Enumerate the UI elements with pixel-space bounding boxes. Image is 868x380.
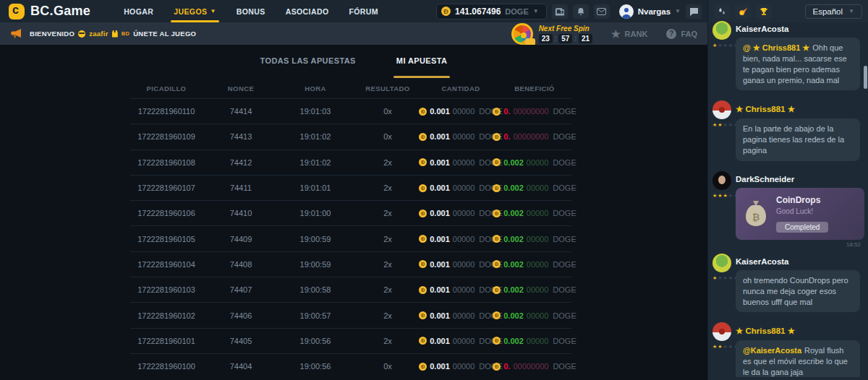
- balance-selector[interactable]: Đ 141.067496 DOGE ▼: [436, 4, 547, 20]
- cell-hash: 1722281960110: [130, 107, 203, 116]
- nav-item-fórum[interactable]: FÓRUM: [339, 0, 388, 22]
- chat-scrollbar[interactable]: [864, 66, 867, 89]
- cell-hash: 1722281960101: [130, 337, 203, 345]
- coindrop-card[interactable]: ₿ CoinDrops Good Luck! Completed: [736, 188, 864, 240]
- cell-amount: Đ0.00100000DOGE: [424, 362, 498, 371]
- table-row[interactable]: 1722281960101 74405 19:00:56 2x Đ0.00100…: [130, 328, 571, 353]
- main-menu: HOGARJUEGOS▼BONUSASOCIADOFÓRUM: [114, 0, 388, 22]
- table-row[interactable]: 1722281960107 74411 19:01:01 2x Đ0.00100…: [130, 175, 571, 200]
- tournament-button[interactable]: [756, 4, 772, 19]
- message-body: KaiserAcosta oh tremendo CounDrops pero …: [736, 254, 862, 317]
- chat-username[interactable]: KaiserAcosta: [736, 25, 862, 33]
- balance-amount: 141.067496: [455, 7, 501, 17]
- table-row[interactable]: 1722281960100 74404 19:00:56 0x Đ0.00100…: [130, 353, 571, 379]
- table-row[interactable]: 1722281960109 74413 19:01:02 0x Đ0.00100…: [130, 124, 571, 149]
- col-header-nonce: NONCE: [203, 85, 279, 92]
- notifications-button[interactable]: [573, 4, 589, 19]
- col-header-amount: CANTIDAD: [424, 85, 498, 92]
- level-star-icon: ★: [718, 122, 722, 128]
- table-row[interactable]: 1722281960105 74409 19:00:59 2x Đ0.00100…: [130, 225, 571, 251]
- cell-amount: Đ0.00100000DOGE: [424, 311, 498, 320]
- doge-coin-icon: Đ: [441, 7, 451, 16]
- user-menu[interactable]: Nvargas ▼: [619, 4, 681, 19]
- currency-label: DOGE: [553, 107, 576, 116]
- chat-toggle-button[interactable]: [686, 4, 702, 19]
- faq-link[interactable]: ? FAQ: [666, 29, 697, 39]
- coindrop-completed-button[interactable]: Completed: [776, 222, 828, 233]
- tab-my-bets[interactable]: MI APUESTA: [396, 56, 448, 78]
- messages-button[interactable]: [594, 4, 610, 19]
- nav-item-asociado[interactable]: ASOCIADO: [276, 0, 339, 22]
- welcome-suffix: ÚNETE AL JUEGO: [133, 30, 196, 38]
- main-content: TODAS LAS APUESTASMI APUESTA PICADILLO N…: [0, 45, 707, 380]
- table-body: 1722281960110 74414 19:01:03 0x Đ0.00100…: [130, 98, 571, 379]
- avatar[interactable]: [712, 21, 731, 40]
- nav-item-juegos[interactable]: JUEGOS▼: [163, 0, 226, 22]
- level-star-icon: ★: [723, 122, 728, 128]
- message-meta: ★★★★★: [712, 171, 736, 248]
- col-header-time: HORA: [279, 85, 352, 92]
- brand-logo[interactable]: BC.Game: [9, 4, 90, 20]
- cell-nonce: 74406: [203, 311, 279, 320]
- announcement-banner: BIENVENIDO zaafir BD ÚNETE AL JUEGO Next…: [0, 22, 707, 45]
- cell-nonce: 74409: [203, 235, 279, 243]
- table-row[interactable]: 1722281960103 74407 19:00:58 2x Đ0.00100…: [130, 277, 571, 302]
- nav-item-hogar[interactable]: HOGAR: [114, 0, 163, 22]
- rank-link[interactable]: ★ RANK: [611, 28, 647, 40]
- table-row[interactable]: 1722281960110 74414 19:01:03 0x Đ0.00100…: [130, 98, 571, 124]
- doge-coin-icon: Đ: [419, 337, 427, 345]
- chat-username[interactable]: KaiserAcosta: [736, 257, 862, 266]
- message-body: KaiserAcosta @ ★ Chriss881 ★Ohh que bien…: [736, 21, 862, 95]
- col-header-profit: BENEFICIÓ: [498, 85, 571, 92]
- chat-username[interactable]: ★ Chriss881 ★: [736, 104, 862, 114]
- wallet-button[interactable]: [552, 4, 568, 19]
- message-content: oh tremendo CounDrops pero nunca me deja…: [736, 270, 862, 313]
- cell-result: 2x: [352, 285, 424, 294]
- avatar[interactable]: [712, 100, 731, 119]
- user-level-stars: ★★★★★: [712, 344, 738, 350]
- language-selector[interactable]: Español ▼: [805, 4, 862, 19]
- cell-amount: Đ0.00100000DOGE: [424, 337, 498, 345]
- coindrop-rain-button[interactable]: [714, 4, 730, 19]
- chat-username[interactable]: ★ Chriss881 ★: [736, 326, 862, 336]
- cell-hash: 1722281960103: [130, 285, 203, 294]
- welcome-player-name: zaafir: [89, 30, 109, 38]
- nav-item-bonus[interactable]: BONUS: [226, 0, 276, 22]
- chevron-down-icon: ▼: [675, 8, 681, 14]
- cell-profit: Đ0.00200000DOGE: [498, 260, 571, 269]
- balance-currency: DOGE: [505, 7, 528, 16]
- table-row[interactable]: 1722281960106 74410 19:01:00 2x Đ0.00100…: [130, 200, 571, 225]
- chevron-down-icon: ▼: [533, 8, 539, 14]
- doge-coin-icon: Đ: [419, 158, 427, 166]
- table-row[interactable]: 1722281960108 74412 19:01:02 2x Đ0.00100…: [130, 150, 571, 175]
- chat-message-list[interactable]: ★★★★★ KaiserAcosta @ ★ Chriss881 ★Ohh qu…: [708, 20, 868, 377]
- free-spin-widget[interactable]: Next Free Spin 23:57:21: [511, 23, 592, 45]
- avatar[interactable]: [712, 254, 731, 272]
- envelope-icon: [597, 8, 606, 15]
- cell-time: 19:00:56: [279, 337, 352, 345]
- timer-colon: :: [555, 35, 557, 42]
- user-level-stars: ★★★★★: [712, 122, 738, 128]
- chat-username[interactable]: DarkSchneider: [736, 175, 862, 183]
- cell-result: 0x: [352, 132, 424, 141]
- user-level-stars: ★★★★★: [712, 275, 738, 281]
- table-row[interactable]: 1722281960104 74408 19:00:59 2x Đ0.00100…: [130, 251, 571, 277]
- currency-label: DOGE: [553, 260, 576, 269]
- chat-bubble: @KaiserAcostaRoyal flush es que el móvil…: [736, 340, 860, 377]
- message-body: ★ Chriss881 ★ @KaiserAcostaRoyal flush e…: [736, 322, 862, 377]
- megaphone-icon: [10, 28, 22, 39]
- cell-result: 0x: [352, 362, 424, 371]
- cell-amount: Đ0.00100000DOGE: [424, 209, 498, 217]
- avatar[interactable]: [712, 171, 731, 190]
- cell-nonce: 74410: [203, 209, 279, 217]
- table-row[interactable]: 1722281960102 74406 19:00:57 2x Đ0.00100…: [130, 302, 571, 327]
- message-content: ₿ CoinDrops Good Luck! Completed 18:52: [736, 188, 862, 248]
- cell-time: 19:00:58: [279, 285, 352, 294]
- mention: @KaiserAcosta: [743, 346, 801, 355]
- hot-games-button[interactable]: [735, 4, 751, 19]
- cell-time: 19:01:02: [279, 132, 352, 141]
- currency-label: DOGE: [553, 209, 576, 217]
- tab-all-bets[interactable]: TODAS LAS APUESTAS: [260, 56, 356, 78]
- doge-coin-icon: Đ: [419, 260, 427, 268]
- avatar[interactable]: [712, 322, 731, 341]
